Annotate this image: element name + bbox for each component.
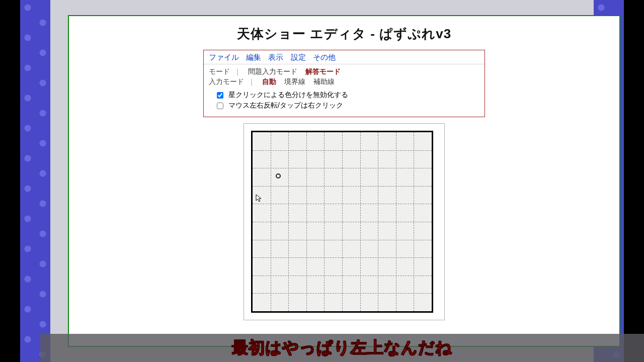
checkbox-row-disable-color[interactable]: 星クリックによる色分けを無効化する (217, 90, 479, 100)
menu-edit[interactable]: 編集 (246, 53, 261, 61)
board-container (244, 123, 445, 320)
checkbox-row-mouse-swap[interactable]: マウス左右反転/タップは右クリック (217, 101, 479, 110)
mode-option-answer[interactable]: 解答モード (305, 67, 341, 75)
menu-view[interactable]: 表示 (268, 53, 283, 61)
input-mode-label: 入力モード (209, 77, 244, 85)
board-grid (253, 132, 432, 311)
cursor-icon (256, 194, 264, 202)
separator: ｜ (248, 77, 255, 85)
menu-bar: ファイル 編集 表示 設定 その他 (204, 50, 485, 64)
app-window: 天体ショー エディタ - ぱずぷれv3 ファイル 編集 表示 設定 その他 モー… (68, 15, 620, 347)
mode-label: モード (209, 67, 230, 75)
checkbox-label-disable-color[interactable]: 星クリックによる色分けを無効化する (228, 90, 348, 99)
control-panel: ファイル 編集 表示 設定 その他 モード ｜ 問題入力モード 解答モード 入力… (203, 50, 485, 117)
menu-settings[interactable]: 設定 (291, 53, 306, 61)
checkbox-block: 星クリックによる色分けを無効化する マウス左右反転/タップは右クリック (204, 88, 485, 117)
star-icon[interactable] (276, 173, 281, 178)
subtitle-text: 最初はやっぱり左上なんだね (232, 337, 452, 359)
input-mode-auto[interactable]: 自動 (262, 77, 276, 85)
input-mode-border[interactable]: 境界線 (284, 77, 305, 85)
checkbox-label-mouse-swap[interactable]: マウス左右反転/タップは右クリック (228, 101, 343, 109)
checkbox-mouse-swap[interactable] (217, 103, 223, 109)
menu-other[interactable]: その他 (313, 53, 336, 61)
subtitle-bar: 最初はやっぱり左上なんだね (40, 334, 644, 362)
mode-block: モード ｜ 問題入力モード 解答モード 入力モード ｜ 自動 境界線 補助線 (204, 64, 485, 88)
checkbox-disable-color[interactable] (217, 92, 223, 99)
input-mode-subline[interactable]: 補助線 (313, 77, 335, 85)
page-title: 天体ショー エディタ - ぱずぷれv3 (69, 16, 619, 50)
decorative-pattern-left (20, 0, 50, 362)
mode-row: モード ｜ 問題入力モード 解答モード (209, 67, 479, 76)
puzzle-board[interactable] (251, 131, 433, 313)
input-mode-row: 入力モード ｜ 自動 境界線 補助線 (209, 77, 479, 86)
menu-file[interactable]: ファイル (209, 53, 239, 61)
mode-option-problem[interactable]: 問題入力モード (248, 67, 297, 75)
separator: ｜ (234, 67, 241, 75)
video-frame: 天体ショー エディタ - ぱずぷれv3 ファイル 編集 表示 設定 その他 モー… (20, 0, 624, 362)
